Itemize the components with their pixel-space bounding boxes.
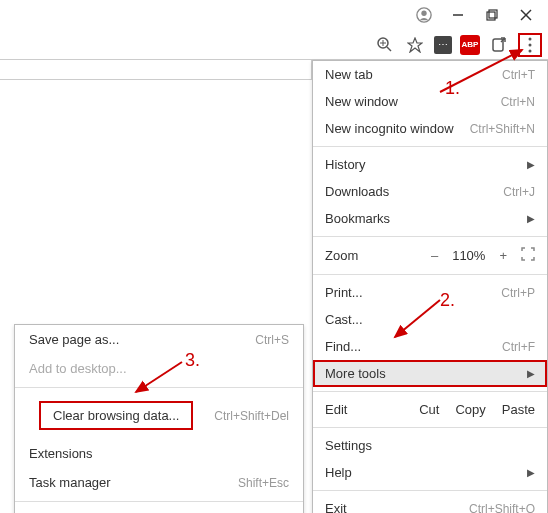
svg-point-13 xyxy=(529,43,532,46)
chevron-right-icon: ▶ xyxy=(527,213,535,224)
svg-point-14 xyxy=(529,49,532,52)
main-menu: New tab Ctrl+T New window Ctrl+N New inc… xyxy=(312,60,548,513)
menu-label: Extensions xyxy=(29,446,93,461)
menu-shortcut: Ctrl+N xyxy=(501,95,535,109)
menu-print[interactable]: Print... Ctrl+P xyxy=(313,279,547,306)
submenu-extensions[interactable]: Extensions xyxy=(15,439,303,468)
svg-line-8 xyxy=(387,47,391,51)
profile-icon[interactable] xyxy=(416,7,432,23)
menu-label: New window xyxy=(325,94,398,109)
menu-separator xyxy=(313,146,547,147)
copy-button[interactable]: Copy xyxy=(455,402,485,417)
zoom-in-button[interactable]: + xyxy=(495,248,511,263)
menu-downloads[interactable]: Downloads Ctrl+J xyxy=(313,178,547,205)
menu-label: Find... xyxy=(325,339,361,354)
menu-edit: Edit Cut Copy Paste xyxy=(313,396,547,423)
menu-separator xyxy=(313,490,547,491)
abp-icon[interactable]: ABP xyxy=(460,35,480,55)
menu-label: Settings xyxy=(325,438,372,453)
menu-shortcut: Ctrl+F xyxy=(502,340,535,354)
menu-new-incognito[interactable]: New incognito window Ctrl+Shift+N xyxy=(313,115,547,142)
menu-label: Downloads xyxy=(325,184,389,199)
menu-shortcut: Ctrl+Shift+Del xyxy=(214,409,289,423)
menu-new-tab[interactable]: New tab Ctrl+T xyxy=(313,61,547,88)
menu-label: Exit xyxy=(325,501,347,513)
menu-separator xyxy=(313,274,547,275)
menu-label: New incognito window xyxy=(325,121,454,136)
submenu-dev-tools[interactable]: Developer tools Ctrl+Shift+I xyxy=(15,506,303,513)
cut-button[interactable]: Cut xyxy=(419,402,439,417)
menu-shortcut: Ctrl+Shift+N xyxy=(470,122,535,136)
menu-help[interactable]: Help ▶ xyxy=(313,459,547,486)
menu-separator xyxy=(313,391,547,392)
menu-label: Save page as... xyxy=(29,332,119,347)
zoom-label: Zoom xyxy=(325,248,417,263)
window-controls xyxy=(408,0,548,30)
content-area xyxy=(0,60,312,80)
more-tools-submenu: Save page as... Ctrl+S Add to desktop...… xyxy=(14,324,304,513)
paste-button[interactable]: Paste xyxy=(502,402,535,417)
svg-point-1 xyxy=(421,11,426,16)
menu-label: Clear browsing data... xyxy=(39,401,193,430)
svg-rect-3 xyxy=(487,12,495,20)
menu-settings[interactable]: Settings xyxy=(313,432,547,459)
chevron-right-icon: ▶ xyxy=(527,159,535,170)
menu-zoom: Zoom – 110% + xyxy=(313,241,547,270)
menu-label: More tools xyxy=(325,366,386,381)
zoom-value: 110% xyxy=(452,248,485,263)
extension-icon[interactable]: ⋯ xyxy=(434,36,452,54)
submenu-add-desktop: Add to desktop... xyxy=(15,354,303,383)
menu-separator xyxy=(313,427,547,428)
menu-exit[interactable]: Exit Ctrl+Shift+Q xyxy=(313,495,547,513)
chevron-right-icon: ▶ xyxy=(527,467,535,478)
zoom-out-button[interactable]: – xyxy=(427,248,442,263)
menu-cast[interactable]: Cast... xyxy=(313,306,547,333)
menu-shortcut: Ctrl+P xyxy=(501,286,535,300)
menu-more-tools[interactable]: More tools ▶ xyxy=(313,360,547,387)
menu-new-window[interactable]: New window Ctrl+N xyxy=(313,88,547,115)
share-icon[interactable] xyxy=(488,34,510,56)
menu-shortcut: Ctrl+T xyxy=(502,68,535,82)
svg-rect-4 xyxy=(489,10,497,18)
star-icon[interactable] xyxy=(404,34,426,56)
menu-bookmarks[interactable]: Bookmarks ▶ xyxy=(313,205,547,232)
menu-separator xyxy=(15,387,303,388)
svg-point-12 xyxy=(529,37,532,40)
menu-history[interactable]: History ▶ xyxy=(313,151,547,178)
chevron-right-icon: ▶ xyxy=(527,368,535,379)
edit-label: Edit xyxy=(325,402,403,417)
menu-shortcut: Shift+Esc xyxy=(238,476,289,490)
maximize-button[interactable] xyxy=(484,7,500,23)
menu-shortcut: Ctrl+S xyxy=(255,333,289,347)
menu-separator xyxy=(15,501,303,502)
menu-label: Bookmarks xyxy=(325,211,390,226)
close-button[interactable] xyxy=(518,7,534,23)
submenu-clear-data[interactable]: Clear browsing data... Ctrl+Shift+Del xyxy=(15,392,303,439)
menu-label: History xyxy=(325,157,365,172)
minimize-button[interactable] xyxy=(450,7,466,23)
menu-label: Help xyxy=(325,465,352,480)
menu-label: Task manager xyxy=(29,475,111,490)
submenu-task-manager[interactable]: Task manager Shift+Esc xyxy=(15,468,303,497)
toolbar: ⋯ ABP xyxy=(0,30,548,60)
menu-label: New tab xyxy=(325,67,373,82)
menu-label: Cast... xyxy=(325,312,363,327)
menu-button[interactable] xyxy=(518,33,542,57)
fullscreen-button[interactable] xyxy=(521,247,535,264)
menu-label: Add to desktop... xyxy=(29,361,127,376)
submenu-save-page[interactable]: Save page as... Ctrl+S xyxy=(15,325,303,354)
menu-find[interactable]: Find... Ctrl+F xyxy=(313,333,547,360)
menu-label: Print... xyxy=(325,285,363,300)
menu-shortcut: Ctrl+J xyxy=(503,185,535,199)
zoom-icon[interactable] xyxy=(374,34,396,56)
menu-shortcut: Ctrl+Shift+Q xyxy=(469,502,535,514)
menu-separator xyxy=(313,236,547,237)
